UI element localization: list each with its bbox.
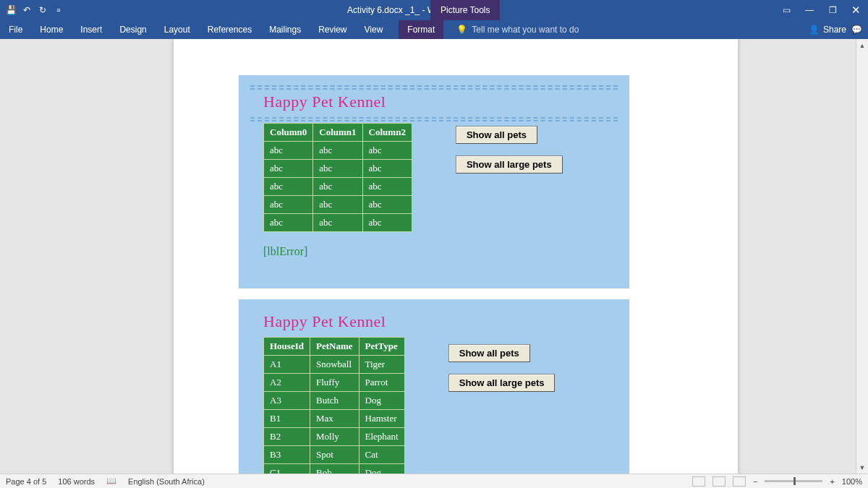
table-row: A1SnowballTiger [264,356,405,374]
redo-icon[interactable]: ↻ [38,5,48,15]
panel-template: Happy Pet Kennel Column0Column1Column2 a… [239,75,629,288]
tab-references[interactable]: References [199,20,260,39]
document-area: Happy Pet Kennel Column0Column1Column2 a… [0,39,868,474]
col-header: Column2 [362,124,412,142]
zoom-level[interactable]: 100% [842,477,862,486]
undo-icon[interactable]: ↶ [22,5,32,15]
maximize-icon[interactable]: ❐ [827,5,838,15]
zoom-in-icon[interactable]: + [830,477,834,486]
lbl-error: [lblError] [263,245,618,258]
tab-layout[interactable]: Layout [156,20,199,39]
tab-review[interactable]: Review [310,20,355,39]
table-row: A2FluffyParrot [264,374,405,392]
minimize-icon[interactable]: — [804,5,814,15]
tab-home[interactable]: Home [31,20,72,39]
col-header: PetName [310,338,359,356]
share-label: Share [823,25,846,35]
panel-title: Happy Pet Kennel [263,93,618,111]
tab-design[interactable]: Design [111,20,155,39]
panel-populated: Happy Pet Kennel HouseIdPetNamePetType A… [239,299,629,474]
word-count[interactable]: 106 words [52,477,101,486]
tab-mailings[interactable]: Mailings [260,20,310,39]
save-icon[interactable]: 💾 [6,5,16,15]
col-header: HouseId [264,338,310,356]
table-row: abcabcabc [264,178,412,196]
ribbon-display-icon[interactable]: ▭ [781,5,791,15]
tab-format[interactable]: Format [399,20,443,39]
picture-tools-label: Picture Tools [430,0,500,20]
titlebar: 💾 ↶ ↻ ≡ Activity 6.docx _1_ - Word Pictu… [0,0,868,20]
table-row: abcabcabc [264,196,412,214]
language-indicator[interactable]: English (South Africa) [122,477,210,486]
scroll-down-icon[interactable]: ▼ [856,461,868,474]
table-row: B3SpotCat [264,446,405,464]
lightbulb-icon: 💡 [456,25,467,35]
read-mode-icon[interactable] [692,476,705,487]
table-row: abcabcabc [264,142,412,160]
comments-icon[interactable]: 💬 [851,25,862,35]
zoom-out-icon[interactable]: − [753,477,757,486]
tab-insert[interactable]: Insert [72,20,111,39]
show-large-pets-button[interactable]: Show all large pets [448,374,556,392]
col-header: Column1 [313,124,362,142]
qat-more-icon[interactable]: ≡ [54,5,64,15]
scroll-up-icon[interactable]: ▲ [856,39,868,51]
panel-title: Happy Pet Kennel [263,312,618,331]
col-header: Column0 [264,124,313,142]
zoom-slider[interactable] [765,480,822,482]
table-row: abcabcabc [264,214,412,232]
web-layout-icon[interactable] [733,476,746,487]
show-large-pets-button[interactable]: Show all large pets [456,155,563,174]
table-row: abcabcabc [264,160,412,178]
table-row: B2MollyElephant [264,428,405,446]
table-row: A3ButchDog [264,392,405,410]
ribbon: File Home Insert Design Layout Reference… [0,20,868,39]
table-row: B1MaxHamster [264,410,405,428]
statusbar: Page 4 of 5 106 words 📖 English (South A… [0,474,868,488]
share-icon: 👤 [809,25,820,35]
tab-file[interactable]: File [0,20,31,39]
page[interactable]: Happy Pet Kennel Column0Column1Column2 a… [174,39,738,474]
col-header: PetType [359,338,404,356]
vertical-scrollbar[interactable]: ▲ ▼ [856,39,868,474]
grid-template: Column0Column1Column2 abcabcabc abcabcab… [263,123,412,232]
page-indicator[interactable]: Page 4 of 5 [0,477,52,486]
grid-populated: HouseIdPetNamePetType A1SnowballTiger A2… [263,337,405,474]
tell-me-placeholder: Tell me what you want to do [472,25,579,35]
show-all-pets-button[interactable]: Show all pets [456,126,537,144]
proofing-icon[interactable]: 📖 [101,476,122,486]
tab-view[interactable]: View [356,20,392,39]
table-row: C1BobDog [264,464,405,474]
close-icon[interactable]: ✕ [851,5,861,15]
print-layout-icon[interactable] [712,476,726,487]
tell-me-search[interactable]: 💡 Tell me what you want to do [456,25,579,35]
share-button[interactable]: 👤 Share [809,25,846,35]
show-all-pets-button[interactable]: Show all pets [448,344,530,362]
